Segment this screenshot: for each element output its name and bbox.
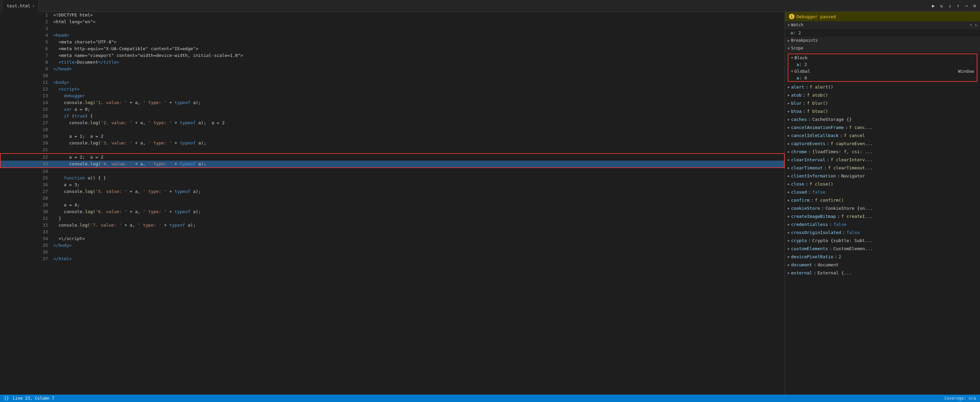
- code-panel[interactable]: 1<!DOCTYPE html>2<html lang="en">34<head…: [0, 12, 785, 395]
- code-line-2: 2<html lang="en">: [0, 19, 784, 25]
- block-key-a: a: [797, 62, 799, 67]
- code-line-1: 1<!DOCTYPE html>: [0, 12, 784, 19]
- scope-item-cookieStore: ▶cookieStore: CookieStore {on...: [788, 204, 977, 213]
- code-line-33: 33: [0, 229, 784, 235]
- scope-item-value: External {...: [817, 270, 852, 276]
- line-content-33: [52, 229, 784, 235]
- code-line-11: 11<body>: [0, 79, 784, 86]
- code-line-16: 16 if (true) {: [0, 113, 784, 119]
- code-line-13: 13 debugger: [0, 92, 784, 99]
- scope-item-key: alert: [791, 84, 804, 91]
- scope-item-colon: :: [803, 108, 805, 115]
- line-content-9: </head>: [52, 66, 784, 72]
- scope-item-colon: :: [803, 100, 805, 107]
- scope-item-colon: :: [837, 173, 840, 180]
- scope-item-key: cancelIdleCallback: [791, 132, 838, 139]
- file-tab[interactable]: test.html ×: [3, 0, 39, 12]
- scope-item-key: crossOriginIsolated: [791, 229, 841, 236]
- info-icon: i: [789, 14, 794, 19]
- line-number-34: 34: [0, 235, 52, 242]
- scope-item-credentialless: ▶credentialless: false: [788, 221, 977, 229]
- scope-item-colon: :: [808, 148, 811, 155]
- scope-item-arrow: ▶: [788, 100, 790, 107]
- step-icon[interactable]: ⇒: [964, 2, 969, 9]
- scope-item-clientInformation: ▶clientInformation: Navigator: [788, 172, 977, 180]
- line-content-36: [52, 249, 784, 256]
- scope-item-key: chrome: [791, 148, 807, 155]
- line-content-4: <head>: [52, 32, 784, 39]
- scope-item-key: confirm: [791, 197, 810, 204]
- code-line-23: 23 console.log('4. value: ' + a, ' type:…: [0, 160, 784, 168]
- scope-item-colon: :: [845, 124, 848, 131]
- line-content-25: function a() { }: [52, 175, 784, 181]
- scope-item-value: f confirm(): [815, 197, 844, 204]
- watch-add-icon[interactable]: +: [970, 22, 972, 27]
- scope-item-crypto: ▶crypto: Crypto {subtle: Subt...: [788, 237, 977, 245]
- code-line-32: 32 console.log('7. value: ' + a, ' type:…: [0, 222, 784, 229]
- right-panel: i Debugger paused ▼ Watch + ↻ a: 2 ▶ Bre…: [785, 12, 980, 395]
- step-into-icon[interactable]: ↓: [947, 2, 952, 9]
- scope-item-colon: :: [827, 140, 829, 147]
- scope-item-closed: ▶closed: false: [788, 188, 977, 196]
- code-table: 1<!DOCTYPE html>2<html lang="en">34<head…: [0, 12, 785, 262]
- line-number-36: 36: [0, 249, 52, 256]
- scope-item-value: {loadTimes: f, csi: ...: [812, 148, 873, 155]
- scope-header[interactable]: ▼ Scope: [785, 44, 980, 52]
- line-content-32: console.log('7. value: ' + a, ' type: ' …: [52, 222, 784, 229]
- status-coverage: Coverage: n/a: [944, 396, 976, 400]
- scope-item-colon: :: [803, 92, 805, 99]
- scope-item-arrow: ▶: [788, 221, 790, 228]
- line-content-12: <script>: [52, 86, 784, 92]
- scope-item-key: close: [791, 181, 804, 187]
- scope-item-cancelAnimationFrame: ▶cancelAnimationFrame: f canc...: [788, 124, 977, 132]
- global-header[interactable]: ▼ Global Window: [788, 68, 977, 75]
- code-line-3: 3: [0, 25, 784, 32]
- scope-item-colon: :: [829, 245, 832, 252]
- top-bar: test.html × ▶ ↻ ↓ ↑ ⇒ ⊘: [0, 0, 980, 12]
- scope-item-key: caches: [791, 116, 807, 123]
- code-line-25: 25 function a() { }: [0, 175, 784, 181]
- scope-block-global: ▼ Block a: 2 ▼ Global Window a: 0: [788, 54, 977, 82]
- resume-icon[interactable]: ▶: [931, 2, 936, 9]
- line-number-32: 32: [0, 222, 52, 229]
- watch-refresh-icon[interactable]: ↻: [975, 22, 977, 27]
- code-line-6: 6 <meta http-equiv="X-UA-Compatible" con…: [0, 46, 784, 52]
- step-out-icon[interactable]: ↑: [955, 2, 961, 9]
- tab-close-icon[interactable]: ×: [32, 4, 34, 8]
- line-content-37: </html>: [52, 256, 784, 262]
- breakpoints-header[interactable]: ▶ Breakpoints: [785, 37, 980, 44]
- scope-item-colon: :: [827, 157, 829, 163]
- line-content-8: <title>Document</title>: [52, 59, 784, 66]
- line-content-20: console.log('3. value: ' + a, ' type: ' …: [52, 140, 784, 146]
- code-line-31: 31 }: [0, 215, 784, 222]
- code-line-30: 30 console.log('6. value: ' + a, ' type:…: [0, 208, 784, 215]
- scope-item-createImageBitmap: ▶createImageBitmap: f createI...: [788, 213, 977, 221]
- block-header[interactable]: ▼ Block: [788, 54, 977, 61]
- watch-collapse-icon: ▼: [788, 23, 790, 27]
- code-line-35: 35</body>: [0, 242, 784, 249]
- line-number-10: 10: [0, 72, 52, 79]
- step-over-icon[interactable]: ↻: [939, 2, 944, 9]
- watch-actions: + ↻: [970, 22, 977, 27]
- scope-item-arrow: ▶: [788, 173, 790, 180]
- code-line-22: 22 a = 2; a = 2: [0, 154, 784, 160]
- line-number-26: 26: [0, 181, 52, 188]
- scope-item-colon: :: [808, 189, 811, 195]
- scope-item-value: f clearTimeout...: [828, 165, 873, 172]
- line-number-3: 3: [0, 25, 52, 32]
- scope-item-blur: ▶blur: f blur(): [788, 99, 977, 107]
- deactivate-icon[interactable]: ⊘: [972, 2, 977, 9]
- scope-item-caches: ▶caches: CacheStorage {}: [788, 116, 977, 124]
- scope-item-chrome: ▶chrome: {loadTimes: f, csi: ...: [788, 148, 977, 156]
- status-brace: {}: [4, 396, 9, 400]
- line-number-25: 25: [0, 175, 52, 181]
- watch-header[interactable]: ▼ Watch + ↻: [785, 21, 980, 29]
- scope-item-colon: :: [814, 270, 816, 276]
- scope-item-arrow: ▶: [788, 108, 790, 115]
- scope-item-value: f atob(): [807, 92, 828, 99]
- global-val-a: 0: [804, 75, 807, 81]
- scope-items-list[interactable]: ▶alert: f alert()▶atob: f atob()▶blur: f…: [785, 83, 980, 395]
- line-number-8: 8: [0, 59, 52, 66]
- scope-item-arrow: ▶: [788, 205, 790, 212]
- line-content-16: if (true) {: [52, 113, 784, 119]
